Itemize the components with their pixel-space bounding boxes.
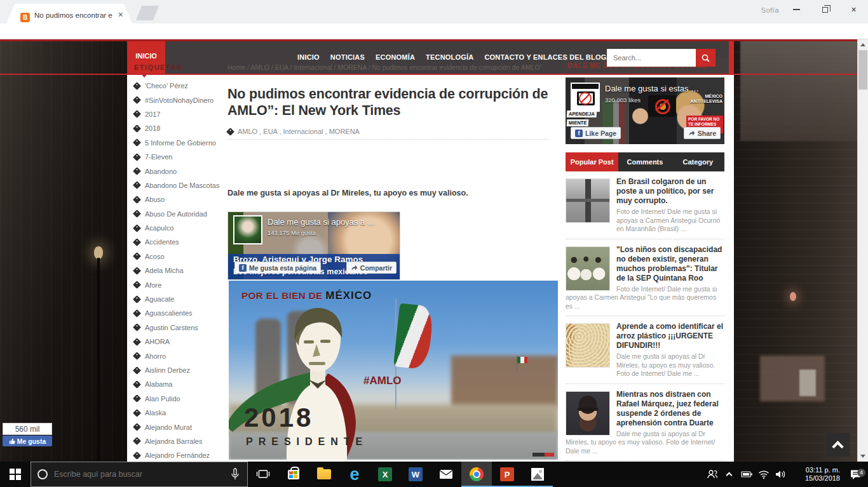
photos-button[interactable] xyxy=(522,462,553,487)
sidebar-tab[interactable]: Popular Post xyxy=(566,152,618,171)
tag-label[interactable]: Abandono xyxy=(145,168,177,175)
tag-label[interactable]: Alejandro Fernández xyxy=(145,451,210,459)
post-thumbnail[interactable] xyxy=(566,391,610,436)
scrollbar-thumb[interactable] xyxy=(858,50,867,90)
store-button[interactable] xyxy=(278,462,309,487)
microphone-icon[interactable] xyxy=(231,468,240,481)
facebook-page-avatar[interactable] xyxy=(233,215,262,244)
tag-item[interactable]: Accidentes xyxy=(134,235,210,249)
tag-label[interactable]: 5 Informe De Gobierno xyxy=(145,139,216,147)
tag-label[interactable]: 2017 xyxy=(145,110,160,118)
tag-label[interactable]: Agustin Carstens xyxy=(145,324,198,331)
people-button[interactable] xyxy=(703,469,721,479)
tag-label[interactable]: Acapulco xyxy=(145,224,173,232)
tag-label[interactable]: Aguascalientes xyxy=(145,309,193,317)
taskbar-search-input[interactable] xyxy=(48,470,231,479)
facebook-page-avatar[interactable] xyxy=(571,83,600,112)
nav-item[interactable]: NOTICIAS xyxy=(330,53,365,61)
post-thumbnail[interactable] xyxy=(566,178,610,223)
tag-label[interactable]: Aguacate xyxy=(145,295,174,303)
nav-item[interactable]: CONTACTO Y ENLACES DEL BLOG xyxy=(484,53,606,61)
volume-indicator[interactable] xyxy=(772,470,789,479)
tag-item[interactable]: AHORA xyxy=(134,335,210,349)
tag-item[interactable]: Agustin Carstens xyxy=(134,321,210,335)
back-to-top-button[interactable] xyxy=(825,433,850,457)
tray-expand-button[interactable] xyxy=(721,471,738,477)
task-view-button[interactable] xyxy=(248,462,278,487)
window-restore-button[interactable] xyxy=(811,0,839,19)
facebook-page-title[interactable]: Dale me gusta si apoyas a … xyxy=(268,217,376,227)
wifi-indicator[interactable] xyxy=(755,470,772,479)
tag-label[interactable]: 'Checo' Pérez xyxy=(145,82,188,90)
tag-item[interactable]: 7-Eleven xyxy=(134,150,210,164)
new-tab-button[interactable] xyxy=(136,6,159,20)
tag-item[interactable]: Ahorro xyxy=(134,349,210,363)
tag-label[interactable]: Abuso De Autoridad xyxy=(145,210,207,218)
start-button[interactable] xyxy=(0,462,31,487)
nav-item[interactable]: INICIO xyxy=(297,53,320,61)
tag-label[interactable]: 2018 xyxy=(145,124,160,132)
tag-label[interactable]: Acoso xyxy=(145,253,165,260)
popular-post-item[interactable]: Aprende a como identificar el arroz plás… xyxy=(566,316,724,384)
article-image[interactable]: POR EL BIEN DE MÉXICO #AMLO 2018 PRESIDE… xyxy=(229,281,558,460)
battery-indicator[interactable] xyxy=(738,471,755,477)
page-scrollbar[interactable] xyxy=(857,39,868,462)
tag-label[interactable]: #SinVotoNohayDinero xyxy=(145,97,214,104)
site-search-input[interactable] xyxy=(607,49,696,67)
sidebar-tab[interactable]: Comments xyxy=(618,152,671,171)
tag-item[interactable]: Abandono De Mascotas xyxy=(134,178,210,192)
facebook-like-page-button[interactable]: f Like Page xyxy=(571,127,621,139)
tag-item[interactable]: Alabama xyxy=(134,377,210,391)
tag-item[interactable]: Abuso De Autoridad xyxy=(134,207,210,221)
facebook-like-page-button[interactable]: f Me gusta esta página xyxy=(234,262,321,274)
tag-item[interactable]: Aguascalientes xyxy=(134,306,210,320)
tag-item[interactable]: 2018 xyxy=(134,121,210,135)
tag-item[interactable]: 2017 xyxy=(134,107,210,121)
tag-item[interactable]: Abuso xyxy=(134,192,210,206)
facebook-share-button[interactable]: Compartir xyxy=(346,262,397,274)
tag-label[interactable]: Alabama xyxy=(145,380,172,388)
tag-label[interactable]: Ahorro xyxy=(145,352,166,360)
close-tab-icon[interactable]: × xyxy=(118,10,123,19)
tag-label[interactable]: 7-Eleven xyxy=(145,153,172,161)
tag-label[interactable]: Afore xyxy=(145,281,161,289)
me-gusta-button[interactable]: Me gusta xyxy=(3,436,52,446)
tag-item[interactable]: 5 Informe De Gobierno xyxy=(134,136,210,150)
tag-item[interactable]: Alan Pulido xyxy=(134,392,210,406)
tag-label[interactable]: Accidentes xyxy=(145,238,179,246)
nav-item[interactable]: ECONOMÍA xyxy=(376,53,415,61)
taskbar-search-box[interactable] xyxy=(31,462,248,487)
word-button[interactable]: W xyxy=(400,462,431,487)
popular-post-item[interactable]: Mientras nos distraen con Rafael Márquez… xyxy=(566,384,724,462)
tag-label[interactable]: Adela Micha xyxy=(145,267,184,274)
tag-item[interactable]: Alejandro Fernández xyxy=(134,448,210,462)
chrome-button[interactable] xyxy=(461,462,492,487)
taskbar-clock[interactable]: 03:11 p. m. 15/03/2018 xyxy=(789,466,843,483)
tag-label[interactable]: Alan Pulido xyxy=(145,395,180,403)
tag-item[interactable]: 'Checo' Pérez xyxy=(134,79,210,93)
post-thumbnail[interactable] xyxy=(566,246,610,291)
tag-item[interactable]: Acapulco xyxy=(134,221,210,235)
tag-label[interactable]: Abandono De Mascotas xyxy=(145,182,219,189)
sidebar-tab[interactable]: Category xyxy=(672,152,724,171)
facebook-share-button[interactable]: Share xyxy=(684,127,721,139)
tag-item[interactable]: Afore xyxy=(134,277,210,291)
mail-button[interactable] xyxy=(431,462,461,487)
powerpoint-button[interactable]: P xyxy=(492,462,522,487)
facebook-page-title[interactable]: Dale me gusta si estas … xyxy=(605,84,699,93)
tag-label[interactable]: Alaska xyxy=(145,409,166,417)
post-thumbnail[interactable] xyxy=(566,323,610,368)
popular-post-item[interactable]: "Los niños con discapacidad no deben exi… xyxy=(566,239,724,317)
article-title[interactable]: No pudimos encontrar evidencia de corrup… xyxy=(227,86,548,119)
scroll-down-arrow[interactable] xyxy=(860,455,865,458)
tag-item[interactable]: Aislinn Derbez xyxy=(134,363,210,377)
tag-item[interactable]: Acoso xyxy=(134,250,210,264)
window-minimize-button[interactable] xyxy=(782,0,811,19)
tag-label[interactable]: AHORA xyxy=(145,338,170,345)
popular-post-item[interactable]: En Brasil colgaron de un poste a un polí… xyxy=(566,171,724,239)
tag-item[interactable]: Abandono xyxy=(134,164,210,178)
window-close-button[interactable]: × xyxy=(839,0,868,19)
site-search-button[interactable] xyxy=(696,49,715,67)
tag-item[interactable]: Alaska xyxy=(134,406,210,420)
browser-tab[interactable]: B No pudimos encontrar e × xyxy=(6,4,132,23)
